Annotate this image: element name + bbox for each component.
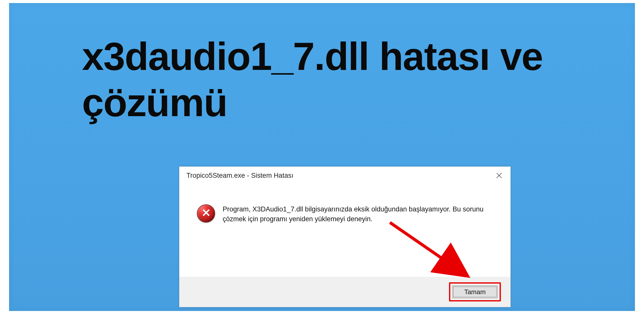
error-icon: ✕	[197, 204, 215, 222]
dialog-message: Program, X3DAudio1_7.dll bilgisayarınızd…	[223, 204, 489, 224]
error-dialog: Tropico5Steam.exe - Sistem Hatası ✕ Prog…	[179, 166, 511, 307]
background-panel: x3daudio1_7.dll hatası ve çözümü Tropico…	[9, 3, 635, 311]
dialog-body: ✕ Program, X3DAudio1_7.dll bilgisayarını…	[179, 184, 510, 239]
dialog-titlebar: Tropico5Steam.exe - Sistem Hatası	[179, 167, 510, 184]
ok-button-highlight: Tamam	[449, 282, 501, 301]
dialog-title: Tropico5Steam.exe - Sistem Hatası	[186, 172, 293, 180]
ok-button[interactable]: Tamam	[452, 286, 498, 298]
close-button[interactable]	[488, 167, 510, 184]
close-icon	[496, 172, 502, 179]
page-title: x3daudio1_7.dll hatası ve çözümü	[82, 33, 560, 126]
dialog-footer: Tamam	[179, 277, 510, 307]
